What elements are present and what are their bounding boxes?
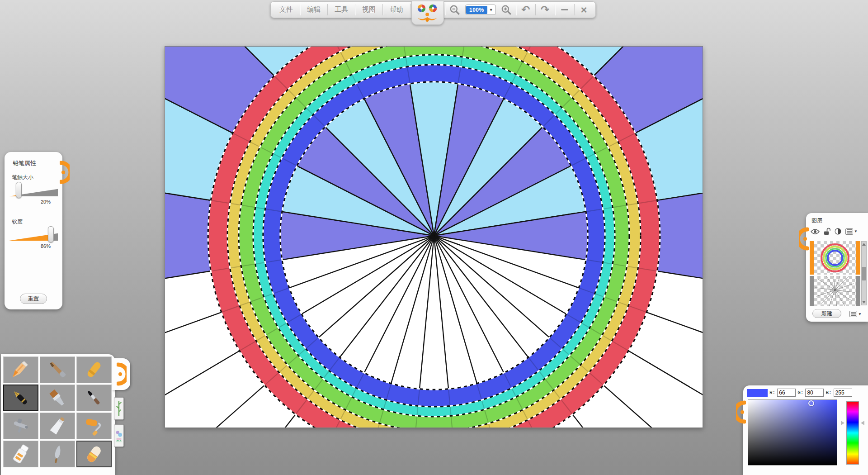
panel-title: 铅笔属性 [13,159,36,167]
undo-button[interactable]: ↶ [516,2,535,18]
tool-fountain-pen[interactable] [3,385,38,411]
color-picker-panel: R: G: B: [743,385,868,475]
scroll-down-icon[interactable] [862,301,866,304]
picture-stamp-tab[interactable] [114,424,124,447]
clown-mascot-icon [415,2,441,24]
opacity-halfmoon-icon[interactable] [835,228,841,235]
hue-marker-left-icon[interactable] [841,421,844,425]
menu-help[interactable]: 帮助 [383,2,410,18]
zoom-out-button[interactable] [445,2,464,18]
close-icon: × [581,5,587,15]
undo-icon: ↶ [521,5,530,15]
layer-item-ray-sketch[interactable] [810,276,860,306]
chevron-down-icon: ▼ [858,312,862,316]
tool-palette [1,354,115,475]
palette-collapse-handle-icon[interactable] [112,358,130,390]
tool-airbrush[interactable] [3,413,38,439]
menu-edit[interactable]: 编辑 [300,2,327,18]
brush-size-handle[interactable] [16,182,22,198]
layer-thumbnail [814,241,856,275]
chevron-down-icon: ▼ [854,229,858,233]
menu-row: 文件编辑工具视图帮助 [273,2,410,18]
close-button[interactable]: × [575,2,594,18]
tool-grid [3,356,113,467]
menu-tools[interactable]: 工具 [328,2,355,18]
zoom-out-icon [449,4,461,16]
minimize-button[interactable] [555,2,574,18]
layers-collapse-handle-icon[interactable] [799,226,809,254]
softness-value: 86% [41,243,51,249]
tool-palette-knife[interactable] [40,441,75,467]
layer-menu-icon [845,228,853,235]
redo-icon: ↷ [541,5,549,15]
menu-view[interactable]: 视图 [355,2,382,18]
layers-options-button[interactable]: ▼ [849,311,862,317]
layer-selection-bar [856,276,860,306]
bamboo-stamp-tab[interactable] [114,397,124,420]
blue-input[interactable] [834,389,852,397]
bamboo-icon [115,399,123,418]
zoom-in-icon [500,4,512,16]
scroll-up-icon[interactable] [862,243,866,246]
saturation-value-square[interactable] [748,399,837,466]
tool-paint-roller[interactable] [76,413,112,439]
minimize-icon [561,9,568,10]
toolbar: 文件编辑工具视图帮助 [270,1,596,18]
panel-collapse-handle-icon[interactable] [60,159,70,187]
layers-options-icon [849,311,857,317]
layer-menu-button[interactable]: ▼ [845,228,858,235]
layer-item-rainbow-rings[interactable] [810,241,860,275]
visibility-eye-icon[interactable] [811,228,820,235]
hue-bar[interactable] [846,401,859,465]
zoom-level-field[interactable]: 100% ▼ [465,5,496,15]
toolbar-separator [410,4,410,15]
scroll-thumb[interactable] [862,267,866,280]
layer-thumbnail [814,276,856,306]
tool-ink-brush[interactable] [76,385,112,411]
brush-size-value: 20% [41,199,51,204]
red-input[interactable] [777,389,796,397]
clown-mascot-tab[interactable] [411,1,444,25]
softness-handle[interactable] [48,226,54,242]
paint-application: 文件编辑工具视图帮助 [0,0,868,475]
drawing-canvas[interactable] [165,46,703,428]
pencil-properties-panel: 铅笔属性 笔触大小 20% 软度 86% 重置 [5,152,62,309]
tool-eraser[interactable] [76,441,112,467]
layers-panel: 图层 ▼ [806,213,868,322]
zoom-level-value: 100% [466,6,487,14]
zoom-in-button[interactable] [497,2,516,18]
tool-crayon[interactable] [76,356,112,383]
layer-selection-bar [810,241,814,275]
green-input[interactable] [805,389,824,397]
green-label: G: [797,390,803,395]
layers-title: 图层 [811,217,822,224]
red-label: R: [769,390,775,395]
picture-icon [115,427,123,445]
hue-marker-right-icon[interactable] [861,421,864,425]
unlock-icon[interactable] [824,228,830,235]
brush-size-label: 笔触大小 [12,174,33,181]
reset-button[interactable]: 重置 [20,294,47,304]
tool-colored-pencil[interactable] [3,356,38,383]
blue-label: B: [826,390,831,395]
rainbow-wheel-artwork [165,47,703,428]
menu-file[interactable]: 文件 [273,2,300,18]
layer-selection-bar [810,276,814,306]
new-layer-button[interactable]: 新建 [812,309,841,318]
redo-button[interactable]: ↷ [536,2,555,18]
layer-selection-bar [856,241,860,275]
current-color-swatch [747,389,768,397]
tool-flat-brush[interactable] [40,385,75,411]
layers-scrollbar[interactable] [861,241,867,305]
softness-label: 软度 [12,218,23,226]
zoom-dropdown-caret-icon[interactable]: ▼ [487,8,495,12]
tool-paint-tube[interactable] [40,413,75,439]
tool-graphite-pencil[interactable] [40,356,75,383]
color-collapse-handle-icon[interactable] [736,399,746,427]
color-cursor-icon[interactable] [808,400,814,406]
tool-paint-bottle[interactable] [3,441,38,467]
